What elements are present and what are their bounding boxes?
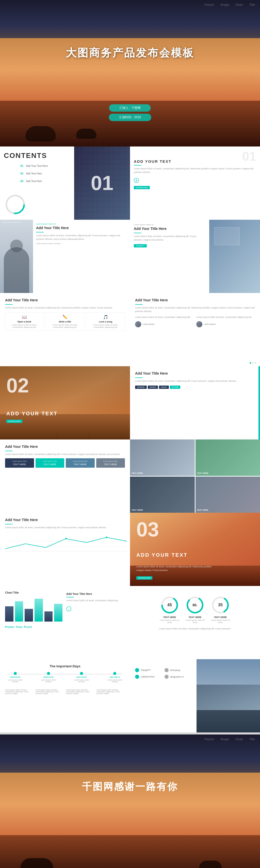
avatar-name-1: Lorem ipsum [143, 323, 154, 325]
card-1: 📖 Open a book Lorem ipsum dolor sit amet… [5, 312, 44, 331]
tl-date-2: 2016.03.19 [41, 676, 56, 678]
right-text: Add Your Title Here Lorem ipsum dolor si… [65, 591, 125, 654]
download-btn[interactable]: DOWNLOAD [134, 186, 150, 189]
tl-date-3: 2017.06.10 [74, 676, 89, 678]
slide-linechart: Add Your Title Here Lorem ipsum dolor si… [0, 513, 130, 586]
cards-row: 📖 Open a book Lorem ipsum dolor sit amet… [5, 312, 125, 331]
teal-line-9 [135, 377, 143, 378]
tnav-shape[interactable]: Shape [220, 738, 229, 741]
text-area: Lorem ipsum dolor sit Add Your Title Her… [33, 220, 130, 293]
slide-boxes: Add Your Title Here Lorem ipsum dolor si… [0, 439, 130, 513]
slide7-body: Lorem ipsum dolor sit amet, consectetur … [135, 306, 255, 313]
card2-text: Lorem ipsum dolor sit amet, consectetur … [48, 324, 82, 328]
bar3 [25, 609, 33, 622]
teal-line [134, 165, 141, 165]
slide-timeline: The Important Days 2015.02.29 Lorem ipsu… [0, 659, 130, 733]
col2: Lorem ipsum dolor sit amet, consectetur … [196, 316, 255, 327]
contact-phone: 13864047542 [135, 675, 162, 679]
person-icon [135, 668, 139, 672]
download-icon-wrap: ↓ [66, 606, 124, 612]
slide-image-grid: TEXT HERE TEXT HERE TEXT HERE TEXT HERE [130, 439, 260, 513]
bar4 [35, 599, 43, 622]
label-what: WHAT [159, 385, 169, 389]
slide-cards: Add Your Title Here Lorem ipsum dolor si… [0, 293, 130, 366]
circle-svg-3: 35 [212, 596, 229, 614]
circle-45: 45 TEXT HERE Lorem ipsum dolor sit amet [159, 596, 180, 624]
bar2 [15, 601, 23, 622]
circle1-label: TEXT HERE [159, 616, 180, 619]
card-3: 🎵 Love a song Lorem ipsum dolor sit amet… [86, 312, 125, 331]
slide-body: Lorem ipsum dolor sit amet, consectetur … [134, 167, 256, 174]
label-ppt: PPT08 [170, 385, 180, 389]
nav-title[interactable]: Title [249, 3, 255, 7]
slide9-body: Lorem ipsum dolor sit amet, consectetur … [135, 379, 255, 383]
hero-badges: 汇报人：千图网 汇报时间：2016 [109, 104, 151, 121]
section03-btn[interactable]: DOWNLOAD [136, 576, 152, 580]
download-icon [134, 178, 139, 183]
slide-contact: TiangPPT shenyang 13864047542 tiangj.par… [130, 659, 260, 733]
slide7-title: Add Your Title Here [135, 298, 255, 302]
row-4-5: Lorem ipsum dolor sit Lorem ipsum dolor … [0, 220, 260, 293]
tnav-title[interactable]: Title [249, 738, 255, 741]
circle-35: 35 TEXT HERE Lorem ipsum dolor sit amet [210, 596, 230, 624]
box4-label: TEXT HERE [98, 463, 123, 466]
box-4: Lorem ipsum dolor TEXT HERE [96, 458, 125, 468]
tl-item-2: 2016.03.19 Lorem ipsum dolor sit amet [41, 672, 56, 683]
avatar-1: Lorem ipsum [135, 321, 194, 327]
contact-location: shenyang [164, 668, 191, 672]
photo-area: Lorem ipsum dolor sit [0, 220, 33, 293]
slide15-extra: Lorem ipsum dolor sit amet, consectetur … [135, 627, 255, 630]
tnav-picture[interactable]: Picture [205, 738, 214, 741]
avatar-2: Lorem ipsum [196, 321, 255, 327]
card3-text: Lorem ipsum dolor sit amet, consectetur … [88, 324, 123, 328]
chart-layout: Chart Title Power Your Point Add Your Ti… [5, 591, 125, 654]
svg-text:45: 45 [167, 603, 172, 607]
contents-items: 01 Add Your Text Here 02 Add Text Here 0… [20, 164, 48, 183]
slide-progress: 45 TEXT HERE Lorem ipsum dolor sit amet … [130, 586, 260, 659]
box-row: Lorem ipsum dolor TEXT HERE Lorem ipsum … [5, 458, 125, 468]
text-cols: Lorem ipsum dolor sit amet, consectetur … [5, 689, 125, 694]
tnav-chart[interactable]: Chart [235, 738, 243, 741]
rock2 [76, 129, 97, 139]
circle2-label: TEXT HERE [185, 616, 205, 619]
page-wrapper: Picture Shape Chart Title 大图商务产品发布会模板 汇报… [0, 0, 260, 868]
contents-img: 01 [74, 147, 130, 220]
row-6-7: Add Your Title Here Lorem ipsum dolor si… [0, 293, 260, 366]
section-btn[interactable]: DOWNLOAD [6, 420, 22, 423]
slide-chart-power: Chart Title Power Your Point Add Your Ti… [0, 586, 130, 659]
slide-photo-left: Lorem ipsum dolor sit Lorem ipsum dolor … [0, 220, 130, 293]
cell3-label: TEXT HERE [132, 509, 143, 511]
slide-section02: 02 ADD YOUR TEXT DOWNLOAD [0, 366, 130, 439]
tl-item-3: 2017.06.10 Lorem ipsum dolor sit amet [74, 672, 89, 683]
contents-item-3: 03 Add Text Here [20, 180, 48, 183]
slide9-title: Add Your Title Here [135, 371, 255, 375]
card3-title: Love a song [88, 320, 123, 323]
tl-text-2: Lorem ipsum dolor sit amet [41, 679, 56, 683]
tcol-4: Lorem ipsum dolor sit amet, consectetur … [97, 689, 125, 694]
contact-phone-text: 13864047542 [141, 676, 155, 678]
nav-chart[interactable]: Chart [235, 3, 243, 7]
box2-label: TEXT HERE [38, 463, 63, 466]
section-title: ADD YOUR TEXT [6, 411, 58, 416]
bar-chart [5, 596, 63, 622]
slide12-body: Lorem ipsum dolor sit amet, consectetur … [5, 526, 125, 529]
contents-arc [5, 194, 25, 215]
building-grid [196, 685, 260, 710]
slide-photo-right: Lorem ipsum dolor sit Add Your Title Her… [130, 220, 260, 293]
tl-dot-1 [14, 672, 17, 675]
tcol-1: Lorem ipsum dolor sit amet, consectetur … [5, 689, 34, 694]
nav-picture[interactable]: Picture [205, 3, 214, 7]
bar5 [44, 611, 53, 622]
slide6-body: Lorem ipsum dolor sit amet, consectetur … [5, 306, 125, 310]
nav-shape[interactable]: Shape [220, 3, 229, 7]
section03-num: 03 [136, 518, 159, 541]
hero-title: 大图商务产品发布会模板 [0, 46, 260, 60]
chart-area: Chart Title Power Your Point [5, 591, 63, 654]
tl-item-4: 2017.08.11 Lorem ipsum dolor sit amet [107, 672, 122, 683]
tl-date-1: 2015.02.29 [8, 676, 23, 678]
tcol2-text: Lorem ipsum dolor sit amet, consectetur … [36, 689, 64, 694]
slide14-title2: Add Your Title Here [66, 592, 124, 595]
badge-reporter: 汇报人：千图网 [109, 104, 151, 112]
person-silhouette [4, 247, 29, 293]
thanks-rock1 [20, 858, 53, 868]
